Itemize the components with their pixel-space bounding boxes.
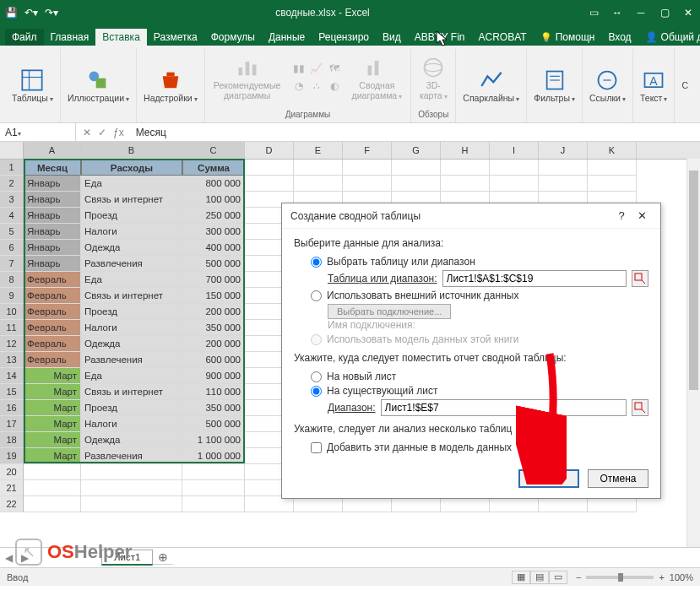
accept-formula-icon[interactable]: ✓ [98, 127, 106, 138]
row-header[interactable]: 1 [0, 160, 24, 176]
cell[interactable] [539, 176, 588, 192]
location-input[interactable] [381, 399, 627, 416]
cell[interactable] [245, 160, 294, 176]
map-chart-icon[interactable]: 🗺 [327, 62, 342, 78]
cell[interactable]: 150 000 [182, 288, 245, 304]
row-header[interactable]: 5 [0, 224, 24, 240]
fx-icon[interactable]: ƒx [113, 127, 124, 138]
range-picker-button[interactable] [632, 270, 648, 287]
pie-chart-icon[interactable]: ◐ [327, 80, 342, 95]
cell[interactable]: Март [24, 416, 81, 432]
maximize-icon[interactable]: ▢ [658, 7, 671, 19]
cell[interactable]: Налоги [81, 320, 182, 336]
illustrations-button[interactable]: Иллюстрации [68, 68, 129, 104]
cell[interactable] [182, 480, 245, 496]
page-break-icon[interactable]: ▭ [549, 571, 567, 584]
chk-add-model[interactable]: Добавить эти данные в модель данных [311, 441, 648, 453]
tab-insert[interactable]: Вставка [95, 29, 147, 46]
cell[interactable]: Одежда [81, 336, 182, 352]
row-header[interactable]: 13 [0, 352, 24, 368]
minimize-icon[interactable]: ─ [634, 7, 648, 19]
cell[interactable]: Проезд [81, 400, 182, 416]
cell[interactable]: Март [24, 432, 81, 448]
cell[interactable]: 700 000 [182, 272, 245, 288]
radio-existing[interactable] [311, 386, 322, 397]
zoom-in-icon[interactable]: + [659, 572, 664, 582]
cell[interactable] [182, 464, 245, 480]
col-header-K[interactable]: K [588, 142, 637, 159]
row-header[interactable]: 12 [0, 336, 24, 352]
cell[interactable]: 900 000 [182, 368, 245, 384]
double-arrow-icon[interactable]: ↔ [610, 7, 624, 19]
cell[interactable]: Развлечения [81, 352, 182, 368]
cell[interactable] [392, 176, 441, 192]
cell[interactable]: 100 000 [182, 192, 245, 208]
col-header-D[interactable]: D [245, 142, 294, 159]
radio-external[interactable] [311, 290, 322, 301]
line-chart-icon[interactable]: 📈 [309, 62, 324, 78]
row-header[interactable]: 11 [0, 320, 24, 336]
close-icon[interactable]: ✕ [681, 7, 695, 19]
sheet-next-icon[interactable]: ▶ [21, 552, 29, 564]
cancel-formula-icon[interactable]: ✕ [83, 127, 91, 138]
cell[interactable]: Сумма [182, 160, 245, 176]
cell[interactable] [539, 160, 588, 176]
cell[interactable]: Расходы [81, 160, 182, 176]
cell[interactable]: 250 000 [182, 208, 245, 224]
cell[interactable] [588, 160, 637, 176]
opt-existing-sheet[interactable]: На существующий лист [311, 385, 648, 397]
row-header[interactable]: 2 [0, 176, 24, 192]
row-header[interactable]: 21 [0, 480, 24, 496]
cell[interactable]: Февраль [24, 272, 81, 288]
links-button[interactable]: Ссылки [589, 68, 626, 104]
cell[interactable]: Еда [81, 368, 182, 384]
tab-formulas[interactable]: Формулы [204, 29, 262, 46]
add-sheet-button[interactable]: ⊕ [153, 550, 173, 565]
cell[interactable]: 1 100 000 [182, 432, 245, 448]
tab-signin[interactable]: Вход [601, 29, 638, 46]
cell[interactable]: 350 000 [182, 400, 245, 416]
tab-home[interactable]: Главная [44, 29, 96, 46]
scrollbar-thumb[interactable] [689, 171, 698, 390]
cell[interactable]: Одежда [81, 432, 182, 448]
row-header[interactable]: 16 [0, 400, 24, 416]
cell[interactable]: Январь [24, 256, 81, 272]
cell[interactable]: Проезд [81, 208, 182, 224]
cell[interactable] [24, 480, 81, 496]
row-header[interactable]: 20 [0, 464, 24, 480]
cell[interactable]: Месяц [24, 160, 81, 176]
row-header[interactable]: 7 [0, 256, 24, 272]
cell[interactable]: Март [24, 448, 81, 464]
cell[interactable] [441, 160, 490, 176]
cell[interactable]: Еда [81, 272, 182, 288]
cell[interactable]: Февраль [24, 320, 81, 336]
help-icon[interactable]: ? [611, 209, 632, 222]
symbols-button[interactable]: С [681, 81, 688, 91]
cell[interactable]: Связь и интернет [81, 192, 182, 208]
cell[interactable] [182, 496, 245, 512]
radio-new[interactable] [311, 371, 322, 382]
select-all-corner[interactable] [0, 142, 24, 159]
cell[interactable]: 600 000 [182, 352, 245, 368]
col-header-G[interactable]: G [392, 142, 441, 159]
row-header[interactable]: 17 [0, 416, 24, 432]
sheet-tab-1[interactable]: Лист1 [101, 550, 153, 566]
row-header[interactable]: 15 [0, 384, 24, 400]
cell[interactable]: Развлечения [81, 448, 182, 464]
cell[interactable]: Январь [24, 224, 81, 240]
normal-view-icon[interactable]: ▦ [512, 571, 530, 584]
tab-abbyy[interactable]: ABBYY Fin [408, 29, 472, 46]
tab-review[interactable]: Рецензиро [312, 29, 376, 46]
cell[interactable]: Март [24, 384, 81, 400]
cell[interactable]: Связь и интернет [81, 288, 182, 304]
cell[interactable]: Январь [24, 208, 81, 224]
cell[interactable] [81, 480, 182, 496]
cell[interactable]: 800 000 [182, 176, 245, 192]
addins-button[interactable]: Надстройки [144, 68, 198, 104]
tab-file[interactable]: Файл [5, 29, 44, 46]
sheet-prev-icon[interactable]: ◀ [5, 552, 13, 564]
cell[interactable]: 300 000 [182, 224, 245, 240]
cell[interactable]: Налоги [81, 416, 182, 432]
vertical-scrollbar[interactable] [686, 159, 700, 547]
opt-external[interactable]: Использовать внешний источник данных [311, 290, 648, 301]
